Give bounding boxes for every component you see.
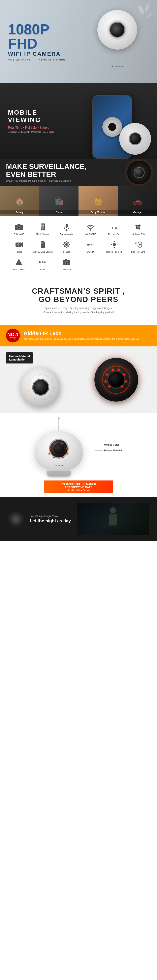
onvif-icon: ONVIF: [86, 240, 95, 249]
svg-point-2: [146, 13, 152, 19]
hero-camera: Vstarcam: [90, 10, 145, 73]
vstarcam-logo-hero: Vstarcam: [112, 65, 123, 67]
surv-title-line2: EVEN BETTER: [6, 170, 87, 178]
feature-label-chip: Intelligent Chip: [131, 233, 145, 235]
annot-line-color: [95, 445, 103, 445]
vstarcam-brand-label: Vstarcam: [54, 465, 63, 466]
no1-badge: NO.1 design: [6, 329, 20, 342]
snapshot-icon: [62, 258, 71, 267]
surv-image-garage: 🚗 Garage: [118, 186, 157, 216]
svg-rect-58: [65, 259, 67, 260]
camera-main-body: Vstarcam: [35, 419, 83, 477]
hero-section: 1080P FHD WIFI IP CAMERA MOBILE PHONE AP…: [0, 0, 157, 83]
svg-point-10: [42, 229, 43, 230]
svg-point-39: [66, 247, 67, 248]
svg-point-57: [66, 262, 67, 264]
surv-label-baby: Baby Monitor: [78, 210, 118, 214]
feature-plug-play: PnP Plug and Play: [103, 222, 125, 235]
design-label: design: [10, 337, 16, 339]
surv-label-family: Family: [0, 210, 39, 214]
mobile-viewing-section: MOBILE VIEWING Real Time • Reliable • Si…: [0, 83, 157, 159]
enhance-sub-text: *Key Light Index Cleared: [48, 489, 109, 492]
feature-fhd-1080p: FHD 1080P: [8, 222, 30, 235]
surv-image-baby: 👶 Baby Monitor: [78, 186, 118, 216]
ir-leds-icon: [62, 240, 71, 249]
feature-label-wifi: Wifi 2.4GHZ: [85, 233, 96, 235]
ir-section-desc: After thousands of debugging, using a sp…: [24, 337, 139, 341]
svg-text:IR: IR: [135, 242, 137, 245]
camera-on-phone: [103, 117, 122, 137]
surv-eye-decoration: [127, 161, 151, 185]
record-icon: [14, 240, 24, 249]
svg-point-14: [90, 229, 91, 231]
surv-subtitle: 1080P FHD Monitor, Meet the need of Hous…: [6, 180, 87, 182]
svg-point-32: [17, 243, 19, 246]
annot-unique-color: Unique Color: [104, 444, 119, 446]
sdcard-icon: [38, 240, 47, 249]
svg-text:CUT: CUT: [135, 245, 138, 247]
feature-label-mobile: Mobile Viewing: [36, 233, 49, 235]
svg-text:PnP: PnP: [112, 227, 117, 230]
svg-point-43: [68, 242, 69, 243]
camera-annotation-labels: Unique Color Unique Material: [95, 444, 122, 452]
feature-label-motion: Motion Alerts: [13, 268, 25, 271]
surv-label-shop: Shop: [39, 210, 79, 214]
silhouette-head: [110, 507, 116, 513]
mobile-desc: Vstarcam Dedicated In IP Camera R&D 7 Ye…: [8, 131, 67, 133]
camera-behind-phone: [119, 123, 151, 155]
feature-onvif: ONVIF Onvif 2.0: [80, 240, 101, 253]
feature-label-snapshot: Snapshot: [62, 268, 71, 271]
feature-label-audio: Two Way Audio: [60, 233, 74, 235]
mic-icon: [62, 223, 71, 231]
feature-ir-leds: IR Leds: [56, 240, 77, 253]
feature-label-h264: H.264: [40, 268, 45, 271]
hero-subtitle-wifi: WIFI IP CAMERA: [8, 51, 66, 57]
feature-label-dual-filter: Dual Filter Lens: [131, 251, 145, 253]
svg-marker-31: [21, 242, 23, 247]
feature-dual-filter: IR CUT Dual Filter Lens: [127, 240, 149, 253]
svg-point-47: [113, 243, 116, 246]
antenna: [58, 419, 59, 431]
surveillance-section: MAKE SURVEILLANCE, EVEN BETTER 1080P FHD…: [0, 159, 157, 216]
mobile-tagline: Real Time • Reliable • Simple: [8, 126, 67, 129]
features-grid: FHD 1080P Mobile Viewing: [8, 222, 149, 271]
main-lens-inner: [53, 443, 64, 454]
motion-alerts-icon: !: [14, 258, 24, 267]
night-camera-thumb: [8, 511, 24, 527]
craftsman-title-line1: CRAFTSMAN'S SPIRIT ,: [8, 287, 149, 296]
ir-camera-dark: [95, 358, 138, 402]
silhouette-body: [109, 514, 117, 525]
svg-point-7: [19, 227, 19, 228]
feature-label-pan: Remote Pan & Tilt: [106, 251, 122, 253]
chip-icon: [134, 223, 143, 231]
svg-text:ONVIF: ONVIF: [87, 243, 94, 246]
ir-section-title: Hidden IR Leds: [24, 330, 139, 337]
features-section: FHD 1080P Mobile Viewing: [0, 216, 157, 277]
hero-title-1080p: 1080P: [8, 22, 66, 37]
svg-point-40: [63, 244, 64, 245]
annot-unique-material: Unique Material: [104, 449, 122, 452]
svg-point-51: [139, 243, 141, 245]
svg-point-37: [65, 243, 68, 246]
svg-point-1: [144, 4, 150, 12]
feature-mobile-viewing: Mobile Viewing: [32, 222, 54, 235]
feature-snapshot: Snapshot: [56, 257, 77, 271]
main-lens-outer: [49, 439, 69, 459]
feature-pan-tilt: Remote Pan & Tilt: [103, 240, 125, 253]
camera-icon: [14, 223, 24, 231]
svg-point-38: [66, 241, 67, 242]
hero-subtitle-mobile: MOBILE PHONE APP REMOTE VIEWING: [8, 58, 66, 61]
ir-camera-white: [21, 368, 61, 407]
no1-label: NO.1: [7, 332, 19, 337]
night-vision-label: Like Starlight Night Vision: [30, 515, 71, 517]
feature-label-sdcard: MicroSD Card Storage: [33, 251, 53, 253]
surv-images-row: 🏠 Family 🛍️ Shop 👶 Baby Monitor 🚗 Garage: [0, 186, 157, 216]
night-figure: [107, 507, 119, 531]
dual-filter-icon: IR CUT: [134, 240, 143, 249]
craftsman-subtitle: Appearance or Design, Keeping improving,…: [29, 306, 128, 315]
feature-h264: H.264 H.264: [32, 257, 54, 271]
phone-icon: [38, 223, 47, 231]
night-vision-image: [77, 503, 149, 535]
svg-text:H.264: H.264: [39, 261, 46, 264]
flower-decoration: [137, 4, 153, 29]
